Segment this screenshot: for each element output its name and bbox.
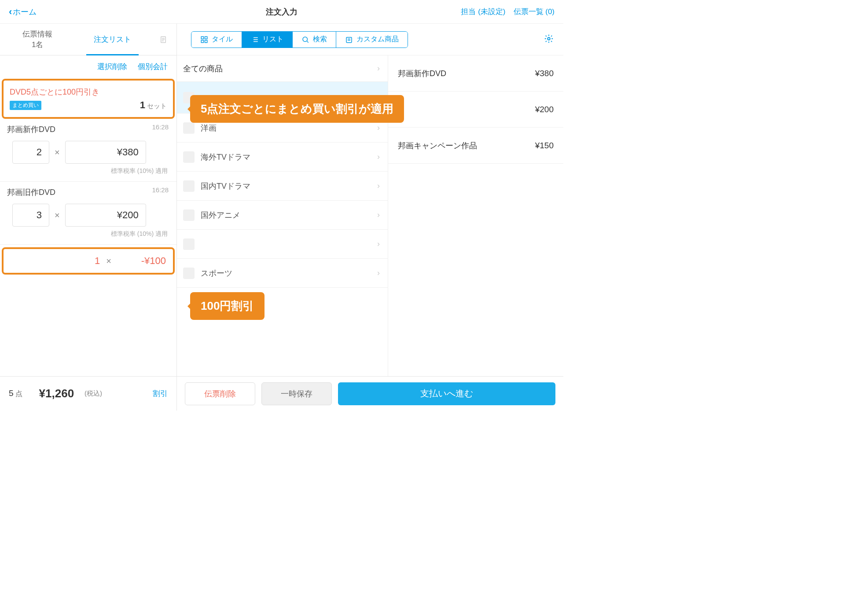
category-all[interactable]: 全ての商品 › [177, 55, 388, 82]
receipt-icon[interactable] [150, 24, 176, 55]
qty-input[interactable]: 3 [12, 204, 49, 227]
category-row[interactable]: 国内TVドラマ › [177, 172, 388, 201]
delete-slip-button[interactable]: 伝票削除 [185, 382, 255, 405]
order-item[interactable]: 16:28 邦画新作DVD 2 × ¥380 標準税率 (10%) 適用 [0, 119, 176, 182]
chevron-right-icon: › [377, 268, 380, 278]
svg-rect-1 [201, 37, 203, 39]
staff-link[interactable]: 担当 (未設定) [461, 7, 505, 17]
discount-amount: -¥100 [118, 255, 166, 267]
svg-rect-2 [205, 37, 207, 39]
set-qty: 1 [140, 99, 145, 111]
price-input[interactable]: ¥200 [65, 204, 146, 227]
tab-order-list[interactable]: 注文リスト [75, 24, 151, 55]
item-time: 16:28 [152, 123, 169, 131]
category-checkbox[interactable] [183, 122, 195, 134]
total-price: ¥1,260 [39, 387, 74, 400]
product-price: ¥200 [535, 105, 554, 114]
item-name: 邦画旧作DVD [7, 187, 169, 198]
split-bill-button[interactable]: 個別会計 [138, 62, 168, 72]
category-checkbox[interactable] [183, 151, 195, 163]
product-price: ¥150 [535, 141, 554, 150]
tax-note: 標準税率 (10%) 適用 [7, 167, 169, 175]
mode-tile-button[interactable]: タイル [191, 32, 242, 48]
product-name: 邦画キャンペーン作品 [398, 140, 477, 151]
multiply-icon: × [55, 147, 60, 158]
item-name: 邦画新作DVD [7, 124, 169, 135]
slips-link[interactable]: 伝票一覧 (0) [514, 7, 555, 17]
tab-slip-info[interactable]: 伝票情報 1名 [0, 24, 75, 55]
page-title: 注文入力 [266, 7, 298, 17]
order-item[interactable]: 16:28 邦画旧作DVD 3 × ¥200 標準税率 (10%) 適用 [0, 182, 176, 245]
chevron-left-icon: ‹ [9, 6, 12, 18]
svg-point-7 [547, 37, 550, 40]
category-checkbox[interactable] [183, 268, 195, 279]
svg-point-5 [303, 37, 308, 42]
callout-annotation: 5点注文ごとにまとめ買い割引が適用 [190, 95, 404, 123]
back-label: ホーム [13, 7, 37, 17]
svg-rect-4 [205, 40, 207, 42]
mode-custom-button[interactable]: カスタム商品 [336, 32, 408, 48]
chevron-right-icon: › [377, 152, 380, 161]
product-row[interactable]: 邦画新作DVD ¥380 [388, 55, 563, 92]
category-row[interactable]: 海外TVドラマ › [177, 143, 388, 172]
tax-included-label: (税込) [84, 389, 102, 398]
settings-icon[interactable] [544, 34, 554, 45]
chevron-right-icon: › [377, 123, 380, 132]
discount-qty: 1 [95, 255, 100, 267]
product-name: 邦画新作DVD [398, 68, 446, 79]
back-button[interactable]: ‹ ホーム [9, 6, 37, 18]
category-row[interactable]: › [177, 230, 388, 259]
select-delete-button[interactable]: 選択削除 [97, 62, 127, 72]
discount-title: DVD5点ごとに100円引き [10, 87, 167, 97]
product-row[interactable]: 邦画キャンペーン作品 ¥150 [388, 128, 563, 164]
callout-annotation: 100円割引 [190, 292, 265, 320]
item-time: 16:28 [152, 186, 169, 194]
chevron-right-icon: › [377, 181, 380, 191]
category-row[interactable]: 国外アニメ › [177, 201, 388, 230]
total-qty: 5点 [9, 389, 22, 399]
save-draft-button[interactable]: 一時保存 [261, 382, 332, 405]
category-checkbox[interactable] [183, 180, 195, 192]
category-row[interactable]: スポーツ › [177, 259, 388, 288]
chevron-right-icon: › [377, 64, 380, 73]
set-unit: セット [147, 102, 167, 110]
tax-note: 標準税率 (10%) 適用 [7, 230, 169, 238]
discount-line[interactable]: 1 × -¥100 [2, 247, 175, 275]
product-row[interactable]: ¥200 [388, 92, 563, 128]
product-price: ¥380 [535, 69, 554, 78]
price-input[interactable]: ¥380 [65, 141, 146, 164]
category-checkbox[interactable] [183, 238, 195, 250]
proceed-payment-button[interactable]: 支払いへ進む [338, 382, 555, 405]
chevron-right-icon: › [377, 239, 380, 249]
bundle-badge: まとめ買い [10, 101, 41, 110]
category-checkbox[interactable] [183, 209, 195, 221]
multiply-icon: × [106, 256, 111, 266]
multiply-icon: × [55, 210, 60, 220]
chevron-right-icon: › [377, 210, 380, 220]
discount-button[interactable]: 割引 [153, 389, 168, 399]
svg-rect-3 [201, 40, 203, 42]
mode-search-button[interactable]: 検索 [293, 32, 336, 48]
bundle-discount-card[interactable]: DVD5点ごとに100円引き まとめ買い 1 セット [2, 79, 175, 119]
qty-input[interactable]: 2 [12, 141, 49, 164]
mode-list-button[interactable]: リスト [242, 32, 293, 48]
